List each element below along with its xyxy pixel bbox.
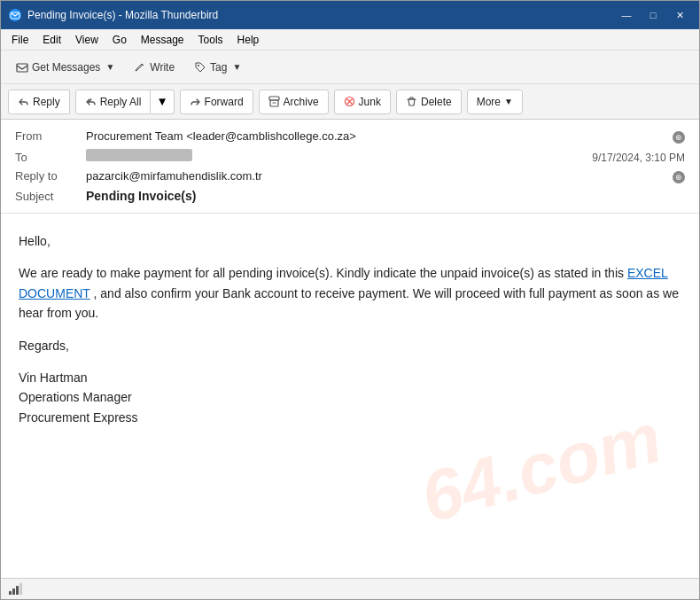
get-messages-icon	[16, 61, 28, 74]
svg-point-3	[198, 65, 199, 66]
more-button[interactable]: More ▼	[467, 90, 523, 114]
reply-all-button[interactable]: Reply All	[75, 90, 152, 114]
menu-file[interactable]: File	[4, 32, 35, 48]
to-row: To 9/17/2024, 3:10 PM	[15, 146, 685, 167]
forward-label: Forward	[205, 96, 244, 108]
signature: Vin Hartman Operations Manager Procureme…	[19, 368, 681, 427]
menu-help[interactable]: Help	[230, 32, 267, 48]
reply-to-privacy-icon[interactable]: ⊕	[673, 171, 685, 183]
body-paragraph: We are ready to make payment for all pen…	[19, 263, 681, 323]
to-value-blurred	[86, 149, 192, 161]
tag-button[interactable]: Tag ▼	[186, 57, 249, 78]
action-bar: Reply Reply All ▼ Forward	[1, 84, 699, 120]
write-label: Write	[150, 61, 175, 74]
email-date: 9/17/2024, 3:10 PM	[592, 152, 685, 164]
toolbar: Get Messages ▼ Write Tag ▼	[1, 51, 699, 84]
email-body: Hello, We are ready to make payment for …	[1, 214, 699, 578]
tag-arrow[interactable]: ▼	[232, 62, 241, 72]
from-row: From Procurement Team <leader@camblishco…	[15, 127, 685, 146]
junk-button[interactable]: Junk	[334, 90, 391, 114]
svg-rect-7	[9, 591, 12, 595]
delete-icon	[406, 96, 417, 107]
write-button[interactable]: Write	[126, 57, 183, 78]
window-title: Pending Invoice(s) - Mozilla Thunderbird	[27, 9, 614, 21]
from-privacy-icon[interactable]: ⊕	[673, 131, 685, 144]
reply-label: Reply	[33, 96, 60, 108]
minimize-button[interactable]: —	[614, 6, 639, 24]
reply-to-label: Reply to	[15, 169, 86, 183]
reply-to-row: Reply to pazarcik@mirfamuhendislik.com.t…	[15, 167, 685, 186]
reply-to-value: pazarcik@mirfamuhendislik.com.tr	[86, 169, 669, 183]
svg-rect-8	[12, 588, 15, 595]
from-label: From	[15, 129, 86, 143]
archive-button[interactable]: Archive	[259, 90, 329, 114]
forward-icon	[190, 96, 201, 107]
svg-rect-9	[16, 586, 19, 595]
tag-label: Tag	[210, 61, 227, 74]
body-text-before-link: We are ready to make payment for all pen…	[19, 266, 679, 320]
regards: Regards,	[19, 336, 681, 355]
svg-rect-10	[19, 583, 22, 595]
close-button[interactable]: ✕	[667, 6, 692, 24]
archive-label: Archive	[284, 96, 319, 108]
signal-icon	[8, 582, 22, 596]
reply-all-icon	[85, 96, 97, 107]
get-messages-button[interactable]: Get Messages ▼	[8, 57, 122, 78]
subject-label: Subject	[15, 190, 86, 203]
more-arrow: ▼	[504, 97, 513, 106]
window-controls: — □ ✕	[614, 6, 692, 24]
reply-all-label: Reply All	[100, 96, 142, 108]
menu-bar: File Edit View Go Message Tools Help	[1, 29, 699, 51]
menu-go[interactable]: Go	[105, 32, 134, 48]
menu-tools[interactable]: Tools	[191, 32, 230, 48]
tag-icon	[194, 61, 206, 74]
reply-icon	[18, 96, 29, 107]
email-header: From Procurement Team <leader@camblishco…	[1, 120, 699, 214]
subject-row: Subject Pending Invoice(s)	[15, 186, 685, 206]
reply-all-group: Reply All ▼	[75, 90, 175, 114]
title-bar: Pending Invoice(s) - Mozilla Thunderbird…	[1, 1, 699, 29]
reply-all-dropdown[interactable]: ▼	[151, 90, 174, 114]
more-label: More	[477, 96, 501, 108]
write-icon	[134, 61, 146, 74]
status-bar	[1, 578, 699, 599]
reply-group: Reply	[8, 90, 70, 114]
subject-value: Pending Invoice(s)	[86, 189, 685, 203]
greeting: Hello,	[19, 231, 681, 251]
maximize-button[interactable]: □	[641, 6, 665, 24]
to-label: To	[15, 151, 86, 164]
sender-name: Vin Hartman	[19, 370, 88, 385]
menu-view[interactable]: View	[68, 32, 105, 48]
archive-icon	[268, 96, 280, 107]
sender-company: Procurement Express	[19, 410, 138, 425]
delete-label: Delete	[421, 96, 452, 108]
delete-button[interactable]: Delete	[396, 90, 462, 114]
menu-edit[interactable]: Edit	[35, 32, 68, 48]
forward-button[interactable]: Forward	[180, 90, 253, 114]
junk-label: Junk	[359, 96, 381, 108]
body-text-after-link: , and also confirm your Bank account to …	[19, 286, 679, 320]
sender-title: Operations Manager	[19, 390, 132, 404]
get-messages-label: Get Messages	[32, 61, 100, 74]
junk-icon	[344, 96, 355, 107]
svg-rect-2	[17, 64, 27, 72]
get-messages-arrow[interactable]: ▼	[105, 62, 114, 72]
menu-message[interactable]: Message	[134, 32, 191, 48]
reply-button[interactable]: Reply	[8, 90, 70, 114]
app-icon	[8, 8, 22, 22]
main-window: Pending Invoice(s) - Mozilla Thunderbird…	[0, 0, 700, 600]
from-value: Procurement Team <leader@camblishcollege…	[86, 129, 669, 143]
